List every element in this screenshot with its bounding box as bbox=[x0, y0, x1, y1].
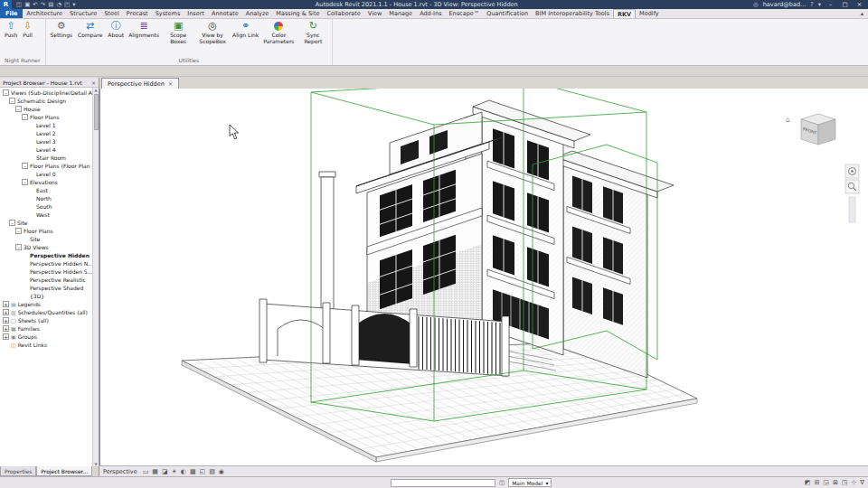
ribbon-button-color-parameters[interactable]: Color Parameters bbox=[262, 20, 295, 45]
tree-item-sheets-all[interactable]: +▢Sheets (all) bbox=[0, 316, 99, 324]
ribbon-tab-view[interactable]: View bbox=[364, 9, 385, 18]
ribbon-tab-rkv[interactable]: RKV bbox=[613, 9, 636, 18]
ribbon-tab-massing-site[interactable]: Massing & Site bbox=[272, 9, 323, 18]
sun-path-icon[interactable]: ☀ bbox=[172, 466, 177, 477]
view-tab-close-icon[interactable]: × bbox=[168, 80, 173, 88]
ribbon-collapse-icon[interactable]: ▴ bbox=[856, 9, 868, 18]
expand-icon[interactable]: + bbox=[3, 325, 9, 332]
tree-item-perspective-hidden-s[interactable]: Perspective Hidden S... bbox=[0, 267, 99, 276]
expand-icon[interactable]: + bbox=[3, 301, 9, 307]
tree-item-views-sub-discipline-detail-area[interactable]: -Views (Sub-Discipline/Detail Area bbox=[0, 89, 99, 97]
tree-item-groups[interactable]: +▣Groups bbox=[0, 333, 99, 341]
collapse-icon[interactable]: - bbox=[9, 220, 15, 226]
ribbon-button-align-link[interactable]: ⚭Align Link bbox=[231, 20, 260, 40]
tree-item-south[interactable]: South bbox=[0, 202, 99, 211]
ribbon-tab-manage[interactable]: Manage bbox=[385, 9, 416, 18]
worksharing-display-icon[interactable]: ◩ bbox=[805, 479, 811, 486]
visual-style-icon[interactable]: ◪ bbox=[162, 466, 168, 477]
ribbon-tab-structure[interactable]: Structure bbox=[66, 9, 100, 18]
tree-item-perspective-hidden[interactable]: Perspective Hidden bbox=[0, 251, 99, 259]
scroll-up-icon[interactable]: ▲ bbox=[94, 88, 97, 92]
tree-item-level-4[interactable]: Level 4 bbox=[0, 145, 99, 154]
help-icon[interactable]: ? bbox=[810, 1, 813, 8]
qat-customize-icon[interactable]: ▾ bbox=[72, 0, 75, 9]
ribbon-button-push[interactable]: ⇧Push bbox=[3, 20, 19, 40]
tree-item-perspective-realistic[interactable]: Perspective Realistic bbox=[0, 276, 99, 284]
ribbon-tab-analyze[interactable]: Analyze bbox=[242, 9, 273, 18]
collapse-icon[interactable]: - bbox=[22, 179, 28, 185]
expand-icon[interactable]: + bbox=[3, 333, 9, 340]
ribbon-tab-bim-interoperability-tools[interactable]: BIM Interoperability Tools bbox=[532, 9, 613, 18]
tree-item-perspective-shaded[interactable]: Perspective Shaded bbox=[0, 284, 99, 292]
collapse-icon[interactable]: - bbox=[15, 106, 22, 112]
design-options-icon[interactable]: ◫ bbox=[499, 479, 505, 486]
drag-on-selection-icon[interactable]: ⊹ bbox=[851, 479, 856, 486]
tree-item-level-0[interactable]: Level 0 bbox=[0, 170, 99, 178]
ribbon-tab-architecture[interactable]: Architecture bbox=[23, 9, 66, 18]
collapse-icon[interactable]: - bbox=[15, 244, 22, 250]
save-icon[interactable]: ▣ bbox=[24, 0, 30, 9]
chevron-down-icon[interactable]: ▾ bbox=[818, 1, 821, 8]
reveal-hidden-elements-icon[interactable]: ◉ bbox=[219, 466, 224, 477]
redo-icon[interactable]: ↷ bbox=[41, 0, 45, 9]
undo-icon[interactable]: ↶ bbox=[33, 0, 37, 9]
ribbon-tab-add-ins[interactable]: Add-Ins bbox=[416, 9, 445, 18]
user-account[interactable]: havard@bad... bbox=[763, 1, 807, 8]
panel-tab-project-browser[interactable]: Project Browser... bbox=[36, 466, 92, 476]
viewcube-home-icon[interactable]: ⌂ bbox=[786, 116, 790, 124]
tree-item-revit-links[interactable]: ◫Revit Links bbox=[0, 341, 99, 349]
ribbon-button-alignments[interactable]: ≣Alignments bbox=[127, 20, 160, 40]
select-by-face-icon[interactable]: ◳ bbox=[842, 479, 848, 486]
shadows-icon[interactable]: ◐ bbox=[181, 466, 186, 477]
tree-item-stair-room[interactable]: Stair Room bbox=[0, 154, 99, 162]
ribbon-tab-systems[interactable]: Systems bbox=[152, 9, 184, 18]
panel-tab-properties[interactable]: Properties bbox=[0, 466, 36, 476]
temporary-hide-isolate-icon[interactable]: ▨ bbox=[209, 466, 215, 477]
tree-item-level-3[interactable]: Level 3 bbox=[0, 137, 99, 145]
tree-item-site[interactable]: -Site bbox=[0, 219, 99, 227]
open-icon[interactable]: ◫ bbox=[16, 0, 22, 9]
ribbon-button-sync-report[interactable]: ↻Sync Report bbox=[297, 20, 329, 45]
panel-close-icon[interactable]: × bbox=[91, 80, 96, 86]
view-cube[interactable]: ⌂ FRONT bbox=[786, 114, 835, 145]
tree-item-legends[interactable]: +▤Legends bbox=[0, 300, 99, 308]
tree-item-house[interactable]: -House bbox=[0, 105, 99, 113]
select-links-icon[interactable]: ⊞ bbox=[814, 479, 819, 486]
drawing-canvas[interactable]: ⌂ FRONT bbox=[99, 89, 868, 465]
collapse-icon[interactable]: - bbox=[9, 98, 15, 104]
select-underlay-icon[interactable]: ◲ bbox=[823, 479, 829, 486]
tree-item-3d[interactable]: {3D} bbox=[0, 292, 99, 300]
house-model[interactable] bbox=[259, 100, 674, 378]
ribbon-tab-precast[interactable]: Precast bbox=[123, 9, 152, 18]
active-design-option-select[interactable]: Main Model ▾ bbox=[508, 478, 552, 487]
tree-item-floor-plans[interactable]: -Floor Plans bbox=[0, 113, 99, 121]
collapse-icon[interactable]: - bbox=[22, 163, 28, 169]
ribbon-tab-collaborate[interactable]: Collaborate bbox=[323, 9, 363, 18]
tree-item-west[interactable]: West bbox=[0, 211, 99, 219]
tree-item-schematic-design[interactable]: -Schematic Design bbox=[0, 97, 99, 105]
ribbon-button-about[interactable]: ⓘAbout bbox=[106, 20, 126, 40]
view-tab-perspective-hidden[interactable]: Perspective Hidden × bbox=[101, 78, 179, 89]
search-icon[interactable]: ◎ bbox=[753, 1, 759, 8]
crop-view-icon[interactable]: ▩ bbox=[190, 466, 196, 477]
ribbon-button-compare[interactable]: ⇄Compare bbox=[76, 20, 104, 40]
show-crop-region-icon[interactable]: ◱ bbox=[200, 466, 206, 477]
ribbon-button-scope-boxes[interactable]: ▣Scope Boxes bbox=[162, 20, 194, 45]
tree-item-families[interactable]: +▦Families bbox=[0, 324, 99, 333]
tree-item-level-1[interactable]: Level 1 bbox=[0, 121, 99, 129]
zoom-button[interactable] bbox=[845, 180, 859, 193]
select-pinned-icon[interactable]: ⊠ bbox=[833, 479, 838, 486]
measure-icon[interactable]: ◔ bbox=[56, 0, 61, 9]
maximize-button[interactable]: □ bbox=[840, 1, 850, 8]
tree-item-level-2[interactable]: Level 2 bbox=[0, 129, 99, 137]
ribbon-tab-steel[interactable]: Steel bbox=[100, 9, 122, 18]
view-size-icon[interactable]: ▭ bbox=[143, 466, 149, 477]
ribbon-tab-file[interactable]: File bbox=[0, 9, 23, 18]
expand-icon[interactable]: + bbox=[3, 317, 9, 324]
ribbon-button-view-by-scopebox[interactable]: ◎View by ScopeBox bbox=[196, 20, 229, 45]
tree-item-floor-plans[interactable]: -Floor Plans bbox=[0, 227, 99, 235]
tree-item-3d-views[interactable]: -3D Views bbox=[0, 243, 99, 251]
expand-icon[interactable]: + bbox=[3, 309, 9, 315]
ribbon-tab-enscape[interactable]: Enscape™ bbox=[445, 9, 483, 18]
tree-item-site[interactable]: Site bbox=[0, 235, 99, 243]
